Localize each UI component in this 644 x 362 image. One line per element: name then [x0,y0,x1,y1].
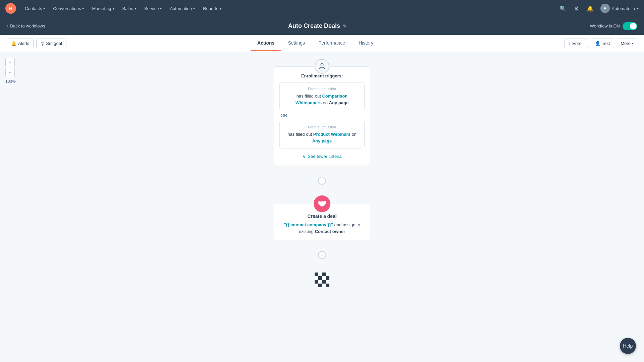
workflow-end-flag [315,273,329,287]
enrollment-trigger-icon [315,59,329,74]
svg-point-2 [321,64,323,66]
connector-line-4 [322,259,322,270]
alerts-button[interactable]: 🔔 Alerts [7,39,34,48]
action-card-desc: "{{ contact.company }}" and assign to ex… [279,222,365,235]
chevron-down-icon: ▾ [632,42,634,45]
create-deal-icon: 🤝 [314,195,330,212]
workflow-on-label: Workflow is ON [590,23,620,28]
edit-icon[interactable]: ✎ [343,23,347,29]
chevron-down-icon: ▾ [43,7,45,10]
nav-item-marketing[interactable]: Marketing ▾ [89,4,117,13]
zoom-out-button[interactable]: − [5,68,15,77]
zoom-controls: + − 100% [5,58,16,84]
back-button[interactable]: ‹ Back to workflows [7,23,45,28]
zoom-level: 100% [5,79,16,84]
notifications-icon[interactable]: 🔔 [586,4,595,13]
add-step-button-2[interactable]: + [318,251,326,259]
action-bar: 🔔 Alerts ◎ Set goal Actions Settings Per… [0,35,644,52]
nav-item-service[interactable]: Service ▾ [141,4,165,13]
enrollment-label: Enrollment triggers: [279,73,365,78]
chevron-down-icon: ▾ [113,7,114,10]
workflow-title: Auto Create Deals [288,22,340,29]
action-card-title: Create a deal [279,214,365,219]
tab-history[interactable]: History [352,36,380,51]
connector-2: + [318,240,326,270]
zoom-in-button[interactable]: + [5,58,15,67]
nav-item-reports[interactable]: Reports ▾ [200,4,225,13]
tabs: Actions Settings Performance History [69,36,561,51]
trigger-text-2: has filled out Product Webinars on Any p… [284,131,360,144]
enroll-icon: ↑ [569,41,571,46]
workflow-toggle[interactable]: ✓ [623,22,637,30]
nav-item-conversations[interactable]: Conversations ▾ [50,4,87,13]
tab-performance[interactable]: Performance [312,36,352,51]
top-nav: H Contacts ▾ Conversations ▾ Marketing ▾… [0,0,644,17]
user-icon: 👤 [595,41,600,46]
test-button[interactable]: 👤 Test [591,39,614,48]
connector-line-1 [322,166,322,177]
help-button[interactable]: Help [620,338,636,354]
chevron-down-icon: ▾ [637,7,639,10]
chevron-down-icon: ▾ [82,7,84,10]
enrollment-card[interactable]: Enrollment triggers: Form submission has… [274,66,370,166]
avatar: A [600,4,610,13]
tab-actions[interactable]: Actions [251,36,281,51]
chevron-down-icon: ▾ [160,7,162,10]
connector-line-2 [322,185,322,195]
svg-text:H: H [9,6,12,11]
add-step-button-1[interactable]: + [318,177,326,185]
nav-item-sales[interactable]: Sales ▾ [119,4,140,13]
nav-logo: H [5,3,16,14]
workflow-header: ‹ Back to workflows Auto Create Deals ✎ … [0,17,644,35]
trigger-card-2[interactable]: Form submission has filled out Product W… [279,121,365,148]
nav-item-contacts[interactable]: Contacts ▾ [21,4,48,13]
chevron-down-icon: ▾ [193,7,195,10]
more-button[interactable]: More ▾ [617,39,637,48]
connector-1: + [318,166,326,195]
workflow-canvas[interactable]: + − 100% Enrollment triggers: Form submi… [0,52,644,362]
chevron-down-icon: ▾ [220,7,221,10]
settings-icon[interactable]: ⚙ [573,4,580,13]
tab-settings[interactable]: Settings [281,36,312,51]
trigger-text-1: has filled out Comparison Whitepapers on… [284,93,360,106]
search-icon[interactable]: 🔍 [558,4,568,13]
chevron-up-icon: ∧ [302,154,306,159]
bell-icon: 🔔 [11,41,16,46]
goal-icon: ◎ [41,41,44,46]
trigger-card-1[interactable]: Form submission has filled out Compariso… [279,82,365,110]
user-menu[interactable]: A Automate.io ▾ [600,4,639,13]
or-divider: OR [279,113,365,118]
workflow-flow: Enrollment triggers: Form submission has… [0,52,644,362]
set-goal-button[interactable]: ◎ Set goal [36,39,66,48]
trigger-type-2: Form submission [284,125,360,129]
nav-item-automation[interactable]: Automation ▾ [166,4,198,13]
chevron-left-icon: ‹ [7,23,8,28]
trigger-type-1: Form submission [284,87,360,91]
chevron-down-icon: ▾ [135,7,136,10]
enroll-button[interactable]: ↑ Enroll [564,39,588,48]
see-fewer-criteria-button[interactable]: ∧ See fewer criteria [279,151,365,160]
connector-line-3 [322,240,322,251]
